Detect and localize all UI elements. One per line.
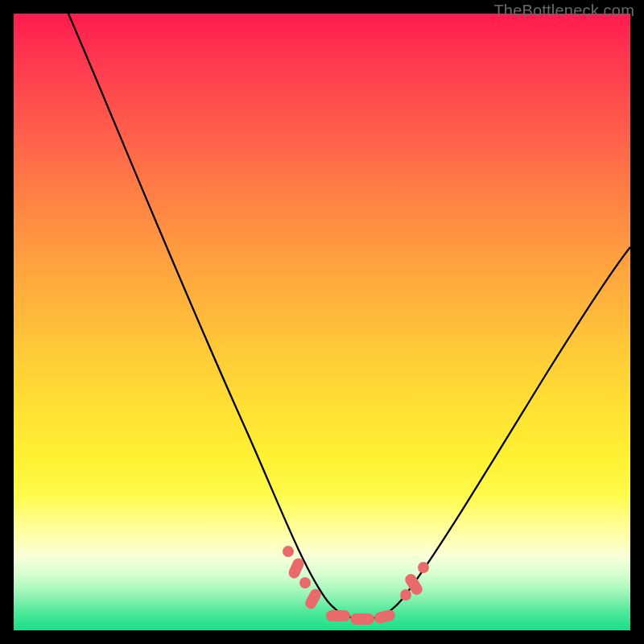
curve-marker xyxy=(418,562,429,573)
curve-marker xyxy=(400,589,411,601)
curve-marker xyxy=(299,577,311,588)
watermark-text: TheBottleneck.com xyxy=(493,2,634,20)
curve-marker xyxy=(374,609,397,625)
plot-area xyxy=(14,14,630,630)
curve-marker xyxy=(326,610,350,621)
bottleneck-curve xyxy=(68,14,630,619)
curve-marker xyxy=(283,546,294,557)
curve-marker xyxy=(350,613,374,625)
chart-svg xyxy=(14,14,630,630)
chart-frame: TheBottleneck.com xyxy=(0,0,644,644)
